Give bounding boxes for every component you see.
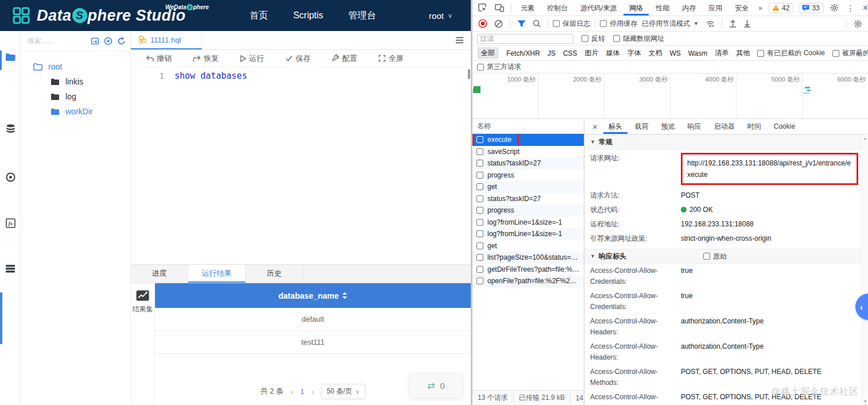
chip-wasm[interactable]: Wasm [688, 49, 708, 57]
hide-data-urls-checkbox[interactable]: 隐藏数据网址 [613, 34, 664, 44]
devtools-tab-security[interactable]: 安全 [729, 1, 754, 16]
details-body[interactable]: ▼ 常规 请求网址: http://192.168.233.131:18088/… [584, 134, 868, 405]
checkbox[interactable] [476, 230, 483, 237]
checkbox[interactable] [832, 50, 839, 57]
checkbox[interactable] [600, 20, 607, 27]
request-row[interactable]: getDirFileTrees?path=file:%2F... [472, 264, 584, 276]
network-conditions-icon[interactable] [703, 20, 717, 28]
search-input[interactable] [28, 37, 80, 45]
checkbox[interactable] [476, 207, 483, 214]
checkbox[interactable] [476, 242, 483, 249]
chip-font[interactable]: 字体 [627, 48, 641, 58]
next-page-button[interactable]: › [311, 387, 314, 396]
disable-cache-checkbox[interactable]: 停用缓存 [600, 19, 637, 29]
close-details-icon[interactable]: × [589, 122, 601, 132]
checkbox[interactable] [582, 35, 588, 42]
throttling-select[interactable]: 已停用节流模式 ▼ [640, 19, 701, 29]
user-dropdown[interactable]: root ∨ [429, 11, 452, 21]
response-headers-section-header[interactable]: ▼ 响应标头 原始 [584, 249, 862, 264]
devtools-tab-sources[interactable]: 源代码/来源 [575, 1, 622, 16]
chip-media[interactable]: 媒体 [606, 48, 619, 58]
prev-page-button[interactable]: ‹ [290, 387, 293, 396]
sort-icon[interactable] [342, 292, 347, 299]
tab-history[interactable]: 历史 [246, 265, 303, 283]
redo-button[interactable]: 恢复 [193, 53, 219, 64]
table-row[interactable]: test111 [155, 331, 471, 354]
page-number[interactable]: 1 [300, 387, 304, 396]
editor-scrollbar[interactable] [468, 69, 470, 79]
blocked-cookies-checkbox[interactable]: 有已拦截的 Cookie [757, 48, 825, 58]
scroll-up-icon[interactable]: ▲ [863, 136, 867, 140]
invert-checkbox[interactable]: 反转 [582, 34, 605, 44]
nav-item-console[interactable]: 管理台 [348, 10, 376, 22]
checkbox[interactable] [553, 20, 560, 27]
details-tab-cookies[interactable]: Cookie [769, 119, 800, 134]
checkbox[interactable] [476, 148, 483, 155]
config-button[interactable]: 配置 [332, 53, 357, 64]
chip-img[interactable]: 图片 [584, 48, 598, 58]
chip-other[interactable]: 其他 [736, 48, 750, 58]
import-har-icon[interactable] [727, 20, 739, 28]
rail-scripts-button[interactable] [0, 53, 21, 61]
third-party-checkbox[interactable]: 第三方请求 [477, 62, 521, 72]
checkbox[interactable] [757, 50, 764, 57]
checkbox[interactable] [703, 253, 710, 260]
filter-funnel-icon[interactable] [515, 20, 528, 28]
blocked-requests-checkbox[interactable]: 被屏蔽的请求 [832, 48, 868, 58]
record-network-icon[interactable] [476, 19, 490, 28]
app-logo-grid-icon[interactable] [13, 7, 30, 24]
rail-scope-button[interactable] [0, 172, 21, 182]
checkbox[interactable] [476, 195, 483, 202]
checkbox[interactable] [476, 160, 483, 167]
tab-list-menu-icon[interactable] [448, 31, 471, 49]
editor-tab-11111-hql[interactable]: 11111.hql [131, 31, 202, 49]
nav-item-home[interactable]: 首页 [250, 10, 268, 22]
settings-gear-icon[interactable] [827, 3, 842, 12]
checkbox[interactable] [476, 254, 483, 261]
devtools-tab-network[interactable]: 网络 [623, 1, 649, 16]
tree-node-root[interactable]: root [21, 59, 130, 74]
request-list-header[interactable]: 名称 [472, 119, 584, 134]
request-row[interactable]: get [472, 240, 584, 252]
search-network-icon[interactable] [530, 20, 543, 28]
tree-node-log[interactable]: log [21, 89, 130, 104]
run-button[interactable]: 运行 [240, 53, 264, 64]
devtools-tab-console[interactable]: 控制台 [541, 1, 574, 16]
chip-all[interactable]: 全部 [477, 47, 499, 59]
clear-network-icon[interactable] [492, 20, 505, 28]
request-row[interactable]: openFile?path=file:%2F%2F%2... [472, 275, 584, 287]
running-tasks-widget[interactable]: ⇄ 0 [409, 373, 463, 398]
chip-manifest[interactable]: 清单 [715, 48, 728, 58]
request-row[interactable]: progress [472, 205, 584, 217]
request-row[interactable]: log?fromLine=1&size=-1 [472, 228, 584, 240]
checkbox[interactable] [476, 266, 483, 273]
devtools-tab-elements[interactable]: 元素 [515, 1, 540, 16]
checkbox[interactable] [476, 136, 483, 143]
details-scrollbar[interactable]: ▲ ▼ [862, 134, 868, 405]
checkbox[interactable] [476, 277, 483, 284]
tab-progress[interactable]: 进度 [131, 265, 188, 283]
chip-ws[interactable]: WS [669, 49, 680, 57]
refresh-icon[interactable] [117, 37, 126, 45]
devtools-tab-memory[interactable]: 内存 [676, 1, 702, 16]
chip-css[interactable]: CSS [563, 49, 578, 57]
request-row[interactable]: saveScript [472, 146, 584, 158]
chip-doc[interactable]: 文档 [648, 48, 662, 58]
request-row[interactable]: status?taskID=27 [472, 193, 584, 205]
checkbox[interactable] [476, 219, 483, 226]
chart-icon[interactable] [136, 290, 149, 301]
kebab-menu-icon[interactable]: ⋮ [843, 3, 858, 13]
raw-headers-checkbox[interactable]: 原始 [703, 252, 727, 261]
column-header-database-name[interactable]: database_name [155, 283, 471, 308]
warnings-badge[interactable]: 42 [768, 3, 793, 13]
new-script-icon[interactable] [104, 37, 113, 45]
details-tab-timing[interactable]: 时间 [742, 119, 766, 134]
code-editor[interactable]: 1 show databases [131, 67, 471, 264]
request-row[interactable]: progress [472, 169, 584, 182]
request-row[interactable]: status?taskID=27 [472, 157, 584, 169]
rail-database-button[interactable] [0, 124, 21, 133]
chip-fetch-xhr[interactable]: Fetch/XHR [506, 49, 540, 57]
more-tabs-icon[interactable]: » [755, 4, 765, 12]
rail-env-button[interactable] [0, 264, 21, 273]
request-row[interactable]: list?pageSize=100&status=Ru... [472, 252, 584, 264]
